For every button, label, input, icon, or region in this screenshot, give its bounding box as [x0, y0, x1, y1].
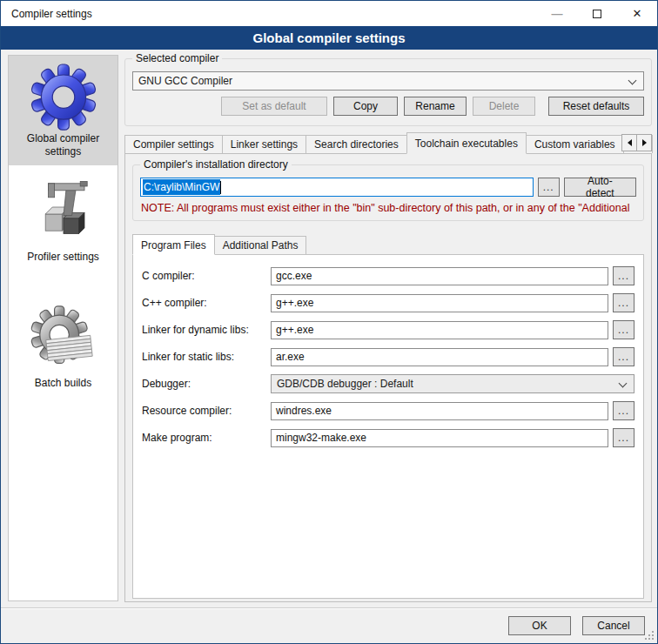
installation-directory-group: Compiler's installation directory C:\ray… — [132, 164, 644, 221]
sidebar-item-label: Profiler settings — [12, 251, 114, 264]
sidebar-item-global-compiler-settings[interactable]: Global compiler settings — [9, 56, 118, 165]
debugger-select-value: GDB/CDB debugger : Default — [277, 378, 413, 390]
field-label: Resource compiler: — [142, 405, 271, 417]
selected-compiler-group: Selected compiler GNU GCC Compiler Set a… — [124, 58, 652, 126]
text-caret — [220, 181, 221, 194]
compiler-settings-dialog: Compiler settings — ✕ Global compiler se… — [0, 0, 658, 644]
chevron-down-icon — [619, 379, 628, 388]
resize-grip[interactable] — [644, 630, 655, 641]
field-row-c-compiler: C compiler: gcc.exe ... — [142, 266, 634, 285]
field-label: C compiler: — [142, 270, 271, 282]
maximize-icon — [593, 10, 601, 18]
sidebar-item-label: Global compiler settings — [12, 132, 114, 158]
tab-scroll-right-button[interactable] — [636, 134, 652, 151]
compiler-select-value: GNU GCC Compiler — [138, 75, 232, 87]
program-files-panel: C compiler: gcc.exe ... C++ compiler: g+… — [132, 254, 644, 599]
window-title: Compiler settings — [1, 8, 537, 20]
field-row-make-program: Make program: mingw32-make.exe ... — [142, 428, 634, 447]
blue-gear-icon — [29, 61, 98, 131]
field-row-static-linker: Linker for static libs: ar.exe ... — [142, 347, 634, 366]
field-label: Debugger: — [142, 378, 271, 390]
installation-directory-row: C:\raylib\MinGW ... Auto-detect — [140, 178, 636, 197]
cpp-compiler-input[interactable]: g++.exe — [271, 294, 608, 312]
caliper-icon — [29, 179, 98, 249]
gray-gear-stack-icon — [29, 305, 98, 375]
debugger-select[interactable]: GDB/CDB debugger : Default — [271, 374, 634, 393]
tab-program-files[interactable]: Program Files — [132, 234, 215, 255]
static-linker-input[interactable]: ar.exe — [271, 348, 608, 366]
field-label: C++ compiler: — [142, 297, 271, 309]
page-title: Global compiler settings — [1, 26, 657, 50]
browse-resource-compiler-button[interactable]: ... — [613, 401, 634, 420]
field-label: Linker for static libs: — [142, 351, 271, 363]
installation-directory-input[interactable]: C:\raylib\MinGW — [140, 178, 534, 197]
field-row-debugger: Debugger: GDB/CDB debugger : Default — [142, 374, 634, 393]
tab-custom-variables[interactable]: Custom variables — [526, 135, 624, 153]
toolchain-executables-page: Compiler's installation directory C:\ray… — [124, 153, 652, 602]
c-compiler-input[interactable]: gcc.exe — [271, 267, 608, 285]
close-button[interactable]: ✕ — [617, 1, 657, 26]
tab-compiler-settings[interactable]: Compiler settings — [124, 135, 223, 153]
tab-search-directories[interactable]: Search directories — [306, 135, 407, 153]
settings-tabs: Compiler settings Linker settings Search… — [124, 131, 652, 153]
dynamic-linker-input[interactable]: g++.exe — [271, 321, 608, 339]
installation-directory-value: C:\raylib\MinGW — [143, 179, 220, 195]
set-as-default-button[interactable]: Set as default — [221, 97, 327, 116]
reset-defaults-button[interactable]: Reset defaults — [548, 97, 644, 116]
chevron-down-icon — [628, 77, 637, 85]
maximize-button[interactable] — [577, 1, 617, 26]
rename-button[interactable]: Rename — [404, 97, 467, 116]
minimize-icon: — — [552, 7, 563, 20]
close-icon: ✕ — [633, 7, 642, 20]
tab-scroll-controls — [622, 134, 652, 151]
auto-detect-button[interactable]: Auto-detect — [564, 178, 636, 197]
sidebar-item-label: Batch builds — [12, 377, 114, 390]
arrow-left-icon — [628, 139, 632, 146]
settings-category-list: Global compiler settings Profiler settin… — [8, 55, 118, 601]
minimize-button[interactable]: — — [537, 1, 577, 26]
browse-cpp-compiler-button[interactable]: ... — [613, 293, 634, 312]
cancel-button[interactable]: Cancel — [582, 616, 645, 635]
title-bar: Compiler settings — ✕ — [1, 1, 657, 26]
field-row-resource-compiler: Resource compiler: windres.exe ... — [142, 401, 634, 420]
dialog-footer: OK Cancel — [1, 607, 657, 643]
arrow-right-icon — [642, 139, 647, 146]
sidebar-item-batch-builds[interactable]: Batch builds — [9, 300, 118, 397]
browse-dynamic-linker-button[interactable]: ... — [613, 320, 634, 339]
ok-button[interactable]: OK — [508, 616, 571, 635]
browse-c-compiler-button[interactable]: ... — [613, 266, 634, 285]
installation-directory-group-label: Compiler's installation directory — [140, 158, 292, 171]
field-label: Linker for dynamic libs: — [142, 324, 271, 336]
sidebar-item-profiler-settings[interactable]: Profiler settings — [9, 174, 118, 271]
browse-directory-button[interactable]: ... — [538, 178, 560, 197]
main-panel: Selected compiler GNU GCC Compiler Set a… — [124, 55, 652, 602]
copy-button[interactable]: Copy — [333, 97, 398, 116]
tab-additional-paths[interactable]: Additional Paths — [214, 236, 307, 254]
compiler-select[interactable]: GNU GCC Compiler — [132, 71, 644, 91]
browse-make-program-button[interactable]: ... — [613, 428, 634, 447]
delete-button[interactable]: Delete — [473, 97, 535, 116]
browse-static-linker-button[interactable]: ... — [613, 347, 634, 366]
make-program-input[interactable]: mingw32-make.exe — [271, 429, 608, 447]
field-row-dynamic-linker: Linker for dynamic libs: g++.exe ... — [142, 320, 634, 339]
field-label: Make program: — [142, 432, 271, 444]
bin-subdirectory-note: NOTE: All programs must exist either in … — [141, 202, 635, 214]
compiler-buttons-row: Set as default Copy Rename Delete Reset … — [132, 97, 644, 116]
tab-linker-settings[interactable]: Linker settings — [222, 135, 306, 153]
selected-compiler-group-label: Selected compiler — [132, 52, 222, 64]
program-tabs: Program Files Additional Paths — [132, 233, 644, 254]
resource-compiler-input[interactable]: windres.exe — [271, 402, 608, 420]
tab-toolchain-executables[interactable]: Toolchain executables — [406, 132, 527, 154]
tab-scroll-left-button[interactable] — [621, 134, 637, 151]
field-row-cpp-compiler: C++ compiler: g++.exe ... — [142, 293, 634, 312]
